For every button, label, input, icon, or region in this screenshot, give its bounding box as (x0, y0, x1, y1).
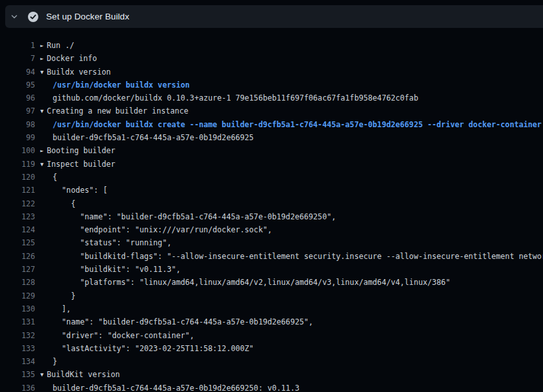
disclosure-triangle-icon (35, 223, 47, 236)
disclosure-triangle-icon (35, 210, 47, 223)
disclosure-triangle-icon (35, 171, 47, 184)
log-text: "platforms": "linux/amd64,linux/amd64/v2… (47, 276, 450, 289)
log-text: "buildkitd-flags": "--allow-insecure-ent… (47, 250, 543, 263)
log-line[interactable]: 97 ▼ Creating a new builder instance (0, 104, 543, 117)
disclosure-triangle-icon (35, 236, 47, 249)
log-line: 99 builder-d9cfb5a1-c764-445a-a57e-0b19d… (0, 131, 543, 144)
line-number[interactable]: 132 (0, 329, 35, 342)
disclosure-triangle-icon (35, 92, 47, 104)
log-text: { (47, 197, 75, 210)
log-line: 128 "platforms": "linux/amd64,linux/amd6… (0, 276, 543, 289)
triangle-expanded-icon[interactable]: ▼ (35, 368, 47, 381)
log-text: Booting builder (47, 144, 116, 157)
line-number[interactable]: 98 (0, 118, 35, 131)
chevron-down-icon[interactable] (9, 12, 19, 22)
log-text: Buildx version (47, 66, 111, 79)
log-text: "lastActivity": "2023-02-25T11:58:12.000… (47, 342, 254, 355)
disclosure-triangle-icon (35, 342, 47, 355)
disclosure-triangle-icon (35, 329, 47, 342)
step-header[interactable]: Set up Docker Buildx (5, 5, 543, 28)
triangle-expanded-icon[interactable]: ▼ (35, 66, 47, 79)
line-number[interactable]: 133 (0, 342, 35, 355)
log-line[interactable]: 94 ▼ Buildx version (0, 66, 543, 79)
log-line[interactable]: 119 ▼ Inspect builder (0, 158, 543, 171)
log-text: github.com/docker/buildx 0.10.3+azure-1 … (47, 92, 418, 104)
log-text: Creating a new builder instance (47, 104, 188, 117)
disclosure-triangle-icon (35, 118, 47, 131)
log-line: 134 } (0, 355, 543, 368)
log-text: Inspect builder (47, 158, 116, 171)
log-line: 125 "status": "running", (0, 236, 543, 249)
log-text: } (47, 289, 75, 302)
triangle-collapsed-icon[interactable]: ► (35, 144, 47, 157)
line-number[interactable]: 122 (0, 197, 35, 210)
disclosure-triangle-icon (35, 184, 47, 197)
log-line: 95 /usr/bin/docker buildx version (0, 79, 543, 92)
disclosure-triangle-icon (35, 276, 47, 289)
line-number[interactable]: 124 (0, 223, 35, 236)
log-line: 120 { (0, 171, 543, 184)
log-text: "driver": "docker-container", (47, 329, 194, 342)
log-line[interactable]: 1 ► Run ./ (0, 39, 543, 52)
log-line[interactable]: 135 ▼ BuildKit version (0, 368, 543, 381)
line-number[interactable]: 131 (0, 315, 35, 328)
log-line[interactable]: 7 ► Docker info (0, 52, 543, 65)
triangle-expanded-icon[interactable]: ▼ (35, 104, 47, 117)
line-number[interactable]: 130 (0, 302, 35, 315)
log-text: "name": "builder-d9cfb5a1-c764-445a-a57e… (47, 210, 336, 223)
log-text: } (47, 355, 57, 368)
line-number[interactable]: 120 (0, 171, 35, 184)
log-text: { (47, 171, 57, 184)
triangle-collapsed-icon[interactable]: ► (35, 52, 47, 65)
log-text: Run ./ (47, 39, 74, 52)
line-number[interactable]: 99 (0, 131, 35, 144)
line-number[interactable]: 100 (0, 144, 35, 157)
line-number[interactable]: 136 (0, 382, 35, 392)
log-line: 131 "name": "builder-d9cfb5a1-c764-445a-… (0, 315, 543, 328)
log-line: 136 builder-d9cfb5a1-c764-445a-a57e-0b19… (0, 382, 543, 392)
log-line: 132 "driver": "docker-container", (0, 329, 543, 342)
line-number[interactable]: 134 (0, 355, 35, 368)
triangle-expanded-icon[interactable]: ▼ (35, 158, 47, 171)
line-number[interactable]: 128 (0, 276, 35, 289)
log-text: ], (47, 302, 71, 315)
line-number[interactable]: 1 (0, 39, 35, 52)
disclosure-triangle-icon (35, 263, 47, 276)
line-number[interactable]: 97 (0, 104, 35, 117)
log-text: Docker info (47, 52, 97, 65)
line-number[interactable]: 96 (0, 92, 35, 104)
disclosure-triangle-icon (35, 197, 47, 210)
log-text: "nodes": [ (47, 184, 107, 197)
disclosure-triangle-icon (35, 289, 47, 302)
line-number[interactable]: 127 (0, 263, 35, 276)
log-text: "name": "builder-d9cfb5a1-c764-445a-a57e… (47, 315, 313, 328)
line-number[interactable]: 125 (0, 236, 35, 249)
log-text: "endpoint": "unix:///var/run/docker.sock… (47, 223, 272, 236)
log-viewer: 1 ► Run ./ 7 ► Docker info 94 ▼ Buildx v… (0, 39, 543, 392)
disclosure-triangle-icon (35, 131, 47, 144)
line-number[interactable]: 95 (0, 79, 35, 92)
log-line: 124 "endpoint": "unix:///var/run/docker.… (0, 223, 543, 236)
log-line: 98 /usr/bin/docker buildx create --name … (0, 118, 543, 131)
log-line: 96 github.com/docker/buildx 0.10.3+azure… (0, 92, 543, 104)
disclosure-triangle-icon (35, 302, 47, 315)
line-number[interactable]: 119 (0, 158, 35, 171)
line-number[interactable]: 135 (0, 368, 35, 381)
disclosure-triangle-icon (35, 79, 47, 92)
log-text: /usr/bin/docker buildx version (47, 79, 190, 92)
log-line: 130 ], (0, 302, 543, 315)
log-line[interactable]: 100 ► Booting builder (0, 144, 543, 157)
log-line: 133 "lastActivity": "2023-02-25T11:58:12… (0, 342, 543, 355)
line-number[interactable]: 94 (0, 66, 35, 79)
triangle-collapsed-icon[interactable]: ► (35, 39, 47, 52)
disclosure-triangle-icon (35, 355, 47, 368)
disclosure-triangle-icon (35, 315, 47, 328)
line-number[interactable]: 123 (0, 210, 35, 223)
disclosure-triangle-icon (35, 382, 47, 392)
line-number[interactable]: 121 (0, 184, 35, 197)
status-check-circle-icon (27, 11, 39, 23)
line-number[interactable]: 7 (0, 52, 35, 65)
log-line: 126 "buildkitd-flags": "--allow-insecure… (0, 250, 543, 263)
line-number[interactable]: 126 (0, 250, 35, 263)
line-number[interactable]: 129 (0, 289, 35, 302)
